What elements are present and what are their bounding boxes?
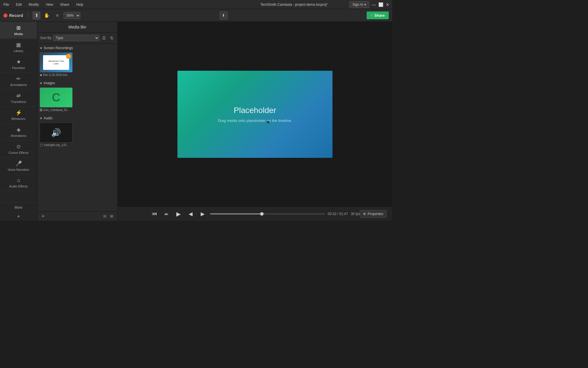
sidebar-item-media[interactable]: ⊞ Media — [0, 22, 37, 39]
sidebar-item-annotations[interactable]: ✏ Annotations — [0, 73, 37, 90]
maximize-button[interactable]: ⬜ — [378, 2, 383, 7]
window-title: TechSmith Camtasia - project-demo.tscpro… — [260, 3, 328, 7]
behaviors-icon: ⚡ — [16, 110, 22, 116]
list-item[interactable]: 🔊 🎵 midnight-city_zJ3... — [40, 122, 73, 147]
sidebar-item-animations[interactable]: ◈ Animations — [0, 124, 37, 141]
record-button[interactable]: Record — [3, 13, 23, 18]
annotations-icon: ✏ — [16, 76, 21, 82]
canvas-placeholder-title: Placeholder — [234, 106, 276, 115]
sort-desc-button[interactable]: ⇅ — [109, 35, 115, 41]
sidebar-item-cursor-effects[interactable]: ⊙ Cursor Effects — [0, 141, 37, 158]
cursor-position-indicator — [267, 121, 269, 123]
security-badge: 🛡 — [66, 54, 71, 59]
animations-icon: ◈ — [17, 126, 21, 133]
screen-preview-text: Backtrack TrailLater — [47, 59, 65, 66]
more-button[interactable]: More — [0, 202, 37, 212]
canvas-placeholder-subtitle: Drag media onto placeholder on the timel… — [218, 118, 292, 123]
list-view-button[interactable]: ☰ — [101, 35, 107, 41]
screen-recordings-grid: Backtrack TrailLater 🛡 ⏺ Rec 2-10-2020.t… — [40, 52, 115, 76]
progress-fill — [210, 213, 262, 214]
grid-large-view-button[interactable]: ⊞ — [109, 213, 115, 219]
images-arrow: ▼ — [40, 82, 42, 85]
media-content: ▼ Screen Recordings Backtrack TrailLater… — [37, 44, 117, 211]
sidebar-item-voice-narration[interactable]: 🎤 Voice Narration — [0, 158, 37, 175]
sort-label: Sort By — [40, 36, 51, 40]
select-tool-button[interactable]: ⬆ — [32, 12, 40, 20]
add-sidebar-button[interactable]: + — [0, 212, 37, 221]
favorites-icon: ★ — [16, 59, 21, 65]
audio-file-icon: 🎵 — [40, 143, 43, 147]
step-back-button[interactable]: ⏭ — [162, 209, 171, 218]
sort-select[interactable]: Type — [53, 35, 99, 41]
screen-recording-preview: Backtrack TrailLater 🛡 — [40, 53, 72, 72]
sidebar-item-audio-effects[interactable]: ♫ Audio Effects — [0, 175, 37, 191]
share-icon: ↑ — [371, 13, 373, 18]
audio-thumb: 🔊 — [40, 122, 73, 143]
screen-recordings-section-header[interactable]: ▼ Screen Recordings — [40, 46, 115, 50]
screen-recording-label: ⏺ Rec 2-10-2020.trec — [40, 73, 73, 76]
sidebar-item-behaviors[interactable]: ⚡ Behaviors — [0, 107, 37, 124]
images-section-header[interactable]: ▼ Images — [40, 81, 115, 85]
playback-bar: ⏮ ⏭ ▶ ◀ ▶ 00:32 / 01:47 30 fps ⚙ Propert… — [118, 206, 392, 221]
media-panel-footer: + ⊟ ⊞ — [37, 211, 117, 221]
prev-frame-button[interactable]: ◀ — [186, 209, 195, 218]
media-bin-panel: Media Bin Sort By Type ☰ ⇅ ▼ Screen Reco… — [37, 22, 118, 221]
window-controls: Sign In ▾ — ⬜ ✕ — [349, 1, 390, 8]
minimize-button[interactable]: — — [372, 2, 376, 7]
skip-back-button[interactable]: ⏮ — [150, 209, 159, 218]
list-item[interactable]: Backtrack TrailLater 🛡 ⏺ Rec 2-10-2020.t… — [40, 52, 73, 76]
progress-track[interactable] — [210, 213, 325, 214]
next-frame-button[interactable]: ▶ — [198, 209, 207, 218]
menu-file[interactable]: File — [2, 2, 10, 7]
menu-help[interactable]: Help — [75, 2, 84, 7]
menu-edit[interactable]: Edit — [15, 2, 23, 7]
library-icon: ▦ — [16, 42, 21, 48]
screen-recording-thumb: Backtrack TrailLater 🛡 — [40, 52, 73, 72]
crop-tool-button[interactable]: ⌗ — [53, 12, 61, 20]
image-label: 🖼 Icon_Camtasia_51... — [40, 108, 73, 112]
play-button[interactable]: ▶ — [174, 209, 183, 218]
screen-recordings-label: Screen Recordings — [44, 46, 73, 50]
close-button[interactable]: ✕ — [385, 2, 390, 7]
menu-share[interactable]: Share — [59, 2, 70, 7]
sidebar: ⊞ Media ▦ Library ★ Favorites ✏ Annotati… — [0, 22, 37, 221]
audio-label-text: 🎵 midnight-city_zJ3... — [40, 143, 73, 147]
camtasia-icon: C — [52, 91, 60, 104]
fps-display: 30 fps — [351, 212, 360, 216]
current-time: 00:32 / 01:47 — [328, 212, 348, 216]
audio-section-header[interactable]: ▼ Audio — [40, 116, 115, 120]
progress-thumb[interactable] — [260, 212, 264, 216]
record-indicator — [3, 14, 7, 18]
zoom-select[interactable]: 56% — [63, 12, 80, 19]
images-label: Images — [44, 81, 55, 85]
sign-in-button[interactable]: Sign In ▾ — [349, 1, 369, 8]
share-button[interactable]: ↑ Share — [367, 12, 389, 19]
recording-icon: ⏺ — [40, 74, 42, 76]
sidebar-item-favorites[interactable]: ★ Favorites — [0, 56, 37, 73]
list-item[interactable]: C 🖼 Icon_Camtasia_51... — [40, 87, 73, 112]
image-file-icon: 🖼 — [40, 108, 42, 112]
menu-modify[interactable]: Modify — [28, 2, 40, 7]
screen-preview-inner: Backtrack TrailLater — [43, 55, 69, 70]
canvas: Placeholder Drag media onto placeholder … — [177, 71, 332, 158]
images-grid: C 🖼 Icon_Camtasia_51... — [40, 87, 115, 112]
toolbar-separator — [28, 12, 28, 19]
main-toolbar: Record ⬆ ✋ ⌗ 56% ⬇ ↑ Share — [0, 9, 392, 22]
menu-view[interactable]: View — [45, 2, 54, 7]
screen-recordings-arrow: ▼ — [40, 47, 42, 50]
properties-button[interactable]: ⚙ Properties — [360, 210, 386, 218]
add-media-button[interactable]: + — [40, 213, 46, 219]
sort-row: Sort By Type ☰ ⇅ — [37, 32, 117, 44]
media-icon: ⊞ — [16, 25, 21, 31]
sidebar-item-library[interactable]: ▦ Library — [0, 39, 37, 56]
sidebar-item-transitions[interactable]: ⇌ Transitions — [0, 90, 37, 107]
grid-small-view-button[interactable]: ⊟ — [102, 213, 108, 219]
audio-effects-icon: ♫ — [17, 177, 21, 183]
hand-tool-button[interactable]: ✋ — [43, 12, 51, 20]
image-preview: C — [40, 88, 72, 107]
canvas-area: Placeholder Drag media onto placeholder … — [118, 22, 392, 221]
voice-narration-icon: 🎤 — [16, 160, 22, 167]
progress-bar[interactable] — [210, 213, 325, 214]
audio-arrow: ▼ — [40, 117, 42, 120]
download-button[interactable]: ⬇ — [220, 12, 228, 20]
